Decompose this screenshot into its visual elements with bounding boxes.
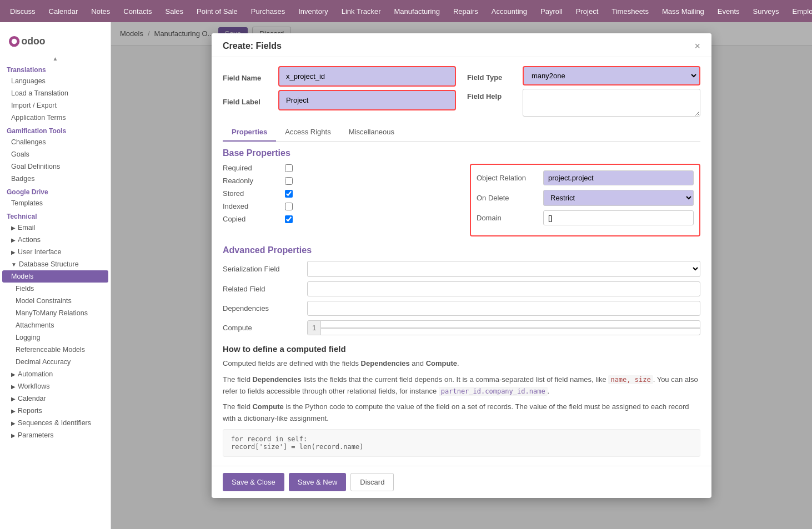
code-inline-2: partner_id.company_id.name — [439, 387, 548, 396]
logo[interactable]: odoo — [0, 27, 111, 54]
field-type-label: Field Type — [467, 70, 517, 82]
sidebar-item-load-translation[interactable]: Load a Translation — [0, 87, 111, 99]
sidebar-item-actions[interactable]: ▶Actions — [0, 234, 111, 246]
tab-access-rights[interactable]: Access Rights — [276, 123, 339, 142]
sidebar-item-logging[interactable]: Logging — [0, 331, 111, 344]
sidebar-item-user-interface[interactable]: ▶User Interface — [0, 246, 111, 258]
save-new-button[interactable]: Save & New — [289, 473, 347, 491]
nav-item-surveys[interactable]: Surveys — [748, 5, 785, 18]
on-delete-row: On Delete Restrict — [477, 190, 694, 206]
nav-item-timesheets[interactable]: Timesheets — [606, 5, 654, 18]
nav-item-repairs[interactable]: Repairs — [448, 5, 484, 18]
nav-item-discuss[interactable]: Discuss — [4, 5, 41, 18]
related-field-row: Related Field — [223, 281, 700, 296]
readonly-row: Readonly — [223, 177, 453, 185]
sidebar-item-automation[interactable]: ▶Automation — [0, 368, 111, 380]
sidebar-item-templates[interactable]: Templates — [0, 197, 111, 209]
readonly-checkbox[interactable] — [285, 177, 293, 185]
on-delete-select[interactable]: Restrict — [543, 190, 694, 206]
sidebar-item-goal-definitions[interactable]: Goal Definitions — [0, 160, 111, 173]
nav-item-purchases[interactable]: Purchases — [245, 5, 290, 18]
sidebar-item-referenceable[interactable]: Referenceable Models — [0, 344, 111, 356]
nav-item-inventory[interactable]: Inventory — [293, 5, 333, 18]
content-area: Models / Manufacturing O... Save Discard… — [111, 22, 812, 529]
nav-item-linktracker[interactable]: Link Tracker — [336, 5, 387, 18]
indexed-checkbox[interactable] — [285, 203, 293, 210]
dependencies-input[interactable] — [307, 301, 700, 316]
nav-item-contacts[interactable]: Contacts — [118, 5, 157, 18]
required-checkbox[interactable] — [285, 164, 293, 172]
field-help-label: Field Help — [467, 89, 517, 100]
field-name-input[interactable] — [282, 69, 453, 83]
sidebar-item-fields[interactable]: Fields — [0, 283, 111, 295]
sidebar-item-goals[interactable]: Goals — [0, 148, 111, 160]
sidebar-item-manytomany[interactable]: ManyToMany Relations — [0, 307, 111, 319]
required-label: Required — [223, 164, 278, 172]
how-to-p3: The field Compute is the Python code to … — [223, 401, 700, 425]
stored-checkbox[interactable] — [285, 190, 293, 198]
nav-item-sales[interactable]: Sales — [160, 5, 189, 18]
svg-point-1 — [12, 39, 17, 44]
nav-item-calendar[interactable]: Calendar — [43, 5, 84, 18]
sidebar-section-google[interactable]: Google Drive — [0, 185, 111, 197]
sidebar: odoo ▲ Translations Languages Load a Tra… — [0, 22, 111, 529]
type-help-col: Field Type many2one Field Help — [467, 66, 700, 117]
nav-item-notes[interactable]: Notes — [86, 5, 116, 18]
discard-modal-button[interactable]: Discard — [350, 473, 394, 491]
tab-properties[interactable]: Properties — [223, 123, 276, 142]
field-name-label: Field Name — [223, 70, 273, 82]
svg-text:odoo: odoo — [21, 36, 45, 47]
sidebar-item-models[interactable]: Models — [2, 270, 108, 283]
sidebar-item-decimal[interactable]: Decimal Accuracy — [0, 356, 111, 368]
sidebar-item-reports[interactable]: ▶Reports — [0, 405, 111, 417]
sidebar-item-languages[interactable]: Languages — [0, 75, 111, 87]
field-help-textarea[interactable] — [523, 89, 700, 117]
nav-item-payroll[interactable]: Payroll — [535, 5, 568, 18]
stored-row: Stored — [223, 189, 453, 198]
on-delete-label: On Delete — [477, 194, 538, 202]
readonly-label: Readonly — [223, 177, 278, 185]
sidebar-item-calendar[interactable]: ▶Calendar — [0, 392, 111, 405]
object-relation-row: Object Relation — [477, 170, 694, 185]
sidebar-item-model-constraints[interactable]: Model Constraints — [0, 295, 111, 307]
nav-item-massmailing[interactable]: Mass Mailing — [656, 5, 710, 18]
copied-checkbox[interactable] — [285, 215, 293, 223]
compute-row: Compute 1 — [223, 320, 700, 335]
nav-item-accounting[interactable]: Accounting — [486, 5, 533, 18]
compute-bar: 1 — [307, 320, 700, 335]
sidebar-item-workflows[interactable]: ▶Workflows — [0, 380, 111, 392]
how-to-title: How to define a computed field — [223, 344, 700, 354]
field-type-select[interactable]: many2one — [525, 68, 698, 83]
sidebar-item-import-export[interactable]: Import / Export — [0, 99, 111, 112]
field-label-input[interactable] — [282, 93, 453, 107]
domain-input[interactable] — [543, 210, 694, 225]
scroll-up-btn[interactable]: ▲ — [0, 54, 111, 63]
sidebar-item-db-structure[interactable]: ▼Database Structure — [0, 258, 111, 270]
nav-item-events[interactable]: Events — [712, 5, 745, 18]
nav-item-employees[interactable]: Employees — [787, 5, 812, 18]
nav-item-pos[interactable]: Point of Sale — [191, 5, 243, 18]
tab-miscellaneous[interactable]: Miscellaneous — [340, 123, 403, 142]
related-input[interactable] — [307, 281, 700, 296]
sidebar-section-gamification[interactable]: Gamification Tools — [0, 124, 111, 136]
modal-close-button[interactable]: × — [694, 41, 700, 51]
copied-label: Copied — [223, 215, 278, 223]
sidebar-item-attachments[interactable]: Attachments — [0, 319, 111, 331]
sidebar-item-email[interactable]: ▶Email — [0, 221, 111, 234]
sidebar-item-challenges[interactable]: Challenges — [0, 136, 111, 148]
sidebar-section-translations[interactable]: Translations — [0, 63, 111, 75]
nav-item-project[interactable]: Project — [570, 5, 604, 18]
comp-bold: Compute — [426, 359, 457, 367]
sidebar-item-sequences[interactable]: ▶Sequences & Identifiers — [0, 417, 111, 429]
sidebar-item-badges[interactable]: Badges — [0, 173, 111, 185]
nav-item-manufacturing[interactable]: Manufacturing — [389, 5, 445, 18]
sidebar-section-technical[interactable]: Technical — [0, 209, 111, 221]
save-close-button[interactable]: Save & Close — [223, 473, 284, 491]
left-props-col: Required Readonly Stored — [223, 164, 453, 236]
code-line-2: record['size'] = len(record.name) — [231, 443, 692, 451]
compute-num: 1 — [308, 321, 321, 335]
object-relation-input[interactable] — [543, 170, 694, 185]
sidebar-item-parameters[interactable]: ▶Parameters — [0, 429, 111, 441]
sidebar-item-app-terms[interactable]: Application Terms — [0, 112, 111, 124]
serialization-select[interactable] — [307, 261, 700, 277]
